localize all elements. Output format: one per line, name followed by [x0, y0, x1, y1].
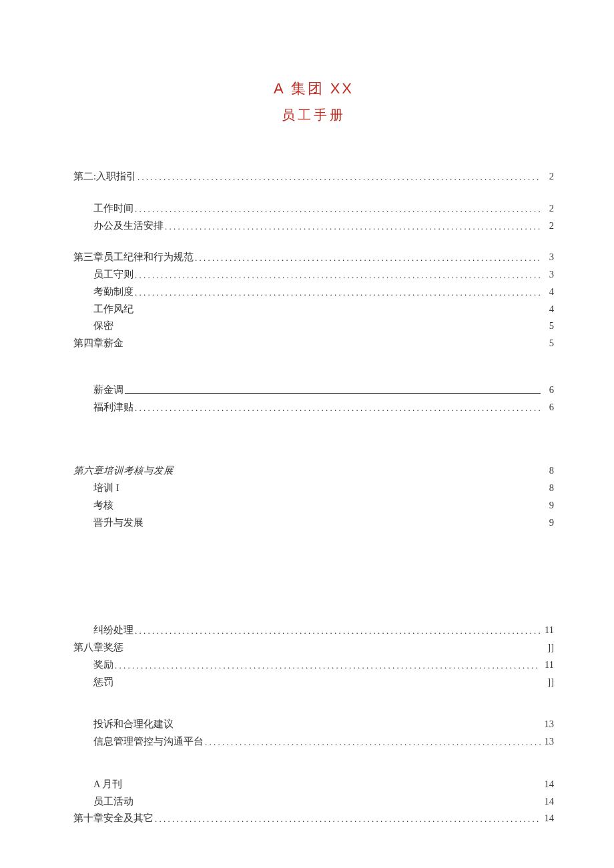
toc-gap: [73, 187, 554, 201]
toc-entry: 办公及生活安排2: [73, 219, 554, 234]
toc-leader: [135, 401, 541, 416]
toc-entry-label: A 月刊: [93, 777, 122, 792]
toc-entry-label: 第十章安全及其它: [73, 811, 154, 826]
toc-entry-page: 13: [542, 717, 555, 732]
toc-entry-label: 薪金调: [93, 383, 123, 398]
toc-gap: [73, 532, 554, 623]
toc-entry-page: 8: [542, 481, 554, 496]
toc-leader: [135, 268, 541, 283]
toc-entry: 投诉和合理化建议13: [73, 717, 554, 732]
toc-entry-label: 员工守则: [93, 268, 133, 282]
toc-entry-label: 工作时间: [93, 201, 133, 216]
title-line-2: 员工手册: [73, 100, 554, 129]
toc-leader: [135, 286, 541, 300]
toc-entry-page: 6: [542, 400, 554, 415]
toc-entry-label: 惩罚: [93, 675, 113, 690]
toc-entry-label: 第六章培训考核与发展: [73, 464, 174, 478]
toc-gap: [73, 354, 554, 383]
toc-leader: [135, 624, 541, 638]
toc-leader: [115, 659, 541, 673]
toc-entry-page: 9: [542, 516, 554, 530]
toc-leader: [137, 170, 541, 185]
toc-entry-label: 第三章员工纪律和行为规范: [73, 250, 194, 265]
toc-entry-page: 13: [542, 735, 555, 749]
toc-entry-page: 4: [542, 285, 554, 300]
toc-entry: 晋升与发展9: [73, 516, 554, 530]
toc-leader: [205, 735, 541, 750]
toc-entry: 信息管理管控与沟通平台13: [73, 735, 554, 749]
toc-entry-label: 第八章奖惩: [73, 640, 123, 655]
toc-entry: 培训 I8: [73, 481, 554, 496]
toc-leader: [165, 220, 541, 234]
toc-entry-page: 11: [542, 658, 554, 673]
document-title: A 集团 XX 员工手册: [73, 77, 554, 129]
toc-entry-page: 3: [542, 250, 554, 265]
toc-entry-label: 考勤制度: [93, 285, 133, 300]
toc-gap: [73, 752, 554, 777]
toc-entry-label: 考核: [93, 498, 113, 513]
toc-entry-page: 9: [542, 498, 554, 513]
toc-entry: 奖励11: [73, 658, 554, 673]
toc-entry-page: 2: [542, 169, 554, 184]
toc-entry-page: 2: [542, 219, 554, 234]
toc-entry-page: 8: [542, 464, 554, 478]
toc-entry: A 月刊14: [73, 777, 554, 792]
toc-leader: [125, 385, 541, 394]
toc-entry: 薪金调6: [73, 383, 554, 398]
toc-entry: 第三章员工纪律和行为规范3: [73, 250, 554, 265]
toc-entry: 保密5: [73, 319, 554, 334]
title-line-1: A 集团 XX: [73, 77, 554, 100]
document-page: { "title": { "line1": "A 集团 XX", "line2"…: [0, 0, 614, 868]
toc-entry-label: 纠纷处理: [93, 623, 133, 638]
toc-leader: [195, 251, 541, 266]
toc-entry-label: 信息管理管控与沟通平台: [93, 735, 204, 749]
toc-entry-label: 员工活动: [93, 795, 133, 809]
toc-entry-label: 投诉和合理化建议: [93, 717, 174, 732]
toc-entry-label: 保密: [93, 319, 113, 334]
toc-entry-page: 6: [542, 383, 554, 398]
toc-entry: 纠纷处理11: [73, 623, 554, 638]
toc-entry: 第二:入职指引2: [73, 169, 554, 184]
toc-entry-page: 5: [542, 336, 554, 351]
toc-entry-page: ]]: [542, 675, 554, 690]
toc-entry-page: 14: [542, 777, 555, 792]
toc-entry: 员工活动14: [73, 795, 554, 809]
toc-entry-page: 3: [542, 268, 554, 282]
toc-entry-page: 2: [542, 201, 554, 216]
toc-entry-page: 5: [542, 319, 554, 334]
toc-entry-page: 14: [542, 795, 555, 809]
toc-entry-page: 14: [542, 811, 555, 826]
toc-leader: [135, 202, 541, 217]
toc-entry: 第四章薪金5: [73, 336, 554, 351]
toc-gap: [73, 692, 554, 717]
toc-entry: 考核9: [73, 498, 554, 513]
toc-entry: 工作风纪4: [73, 302, 554, 317]
toc-entry: 惩罚]]: [73, 675, 554, 690]
toc-entry: 福利津贴6: [73, 400, 554, 415]
toc-entry-label: 福利津贴: [93, 400, 133, 415]
toc-entry: 员工守则3: [73, 268, 554, 282]
table-of-contents: 第二:入职指引2工作时间2办公及生活安排2第三章员工纪律和行为规范3员工守则3考…: [73, 169, 554, 826]
toc-entry-page: 4: [542, 302, 554, 317]
toc-leader: [155, 812, 541, 827]
toc-entry: 工作时间2: [73, 201, 554, 216]
toc-entry-page: 11: [542, 623, 554, 638]
toc-entry-label: 工作风纪: [93, 302, 133, 317]
toc-entry-label: 培训 I: [93, 481, 119, 496]
toc-entry: 第十章安全及其它14: [73, 811, 554, 826]
toc-entry: 第六章培训考核与发展8: [73, 464, 554, 478]
toc-gap: [73, 236, 554, 250]
toc-entry-label: 第二:入职指引: [73, 169, 136, 184]
toc-entry-label: 第四章薪金: [73, 336, 123, 351]
toc-entry: 考勤制度4: [73, 285, 554, 300]
toc-entry-label: 晋升与发展: [93, 516, 143, 530]
toc-gap: [73, 417, 554, 464]
toc-entry-label: 办公及生活安排: [93, 219, 164, 234]
toc-entry: 第八章奖惩]]: [73, 640, 554, 655]
toc-entry-page: ]]: [542, 640, 554, 655]
toc-entry-label: 奖励: [93, 658, 113, 673]
